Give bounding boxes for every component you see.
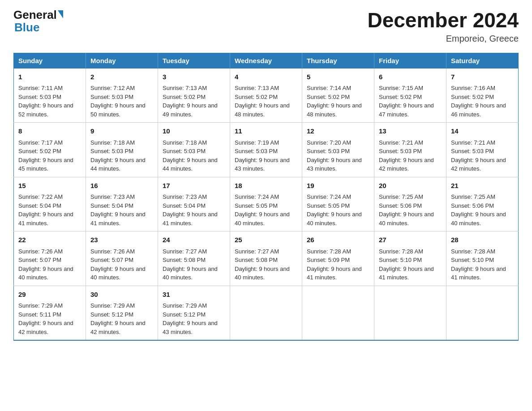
page-title: December 2024	[367, 9, 519, 32]
day-info: Sunrise: 7:21 AMSunset: 5:03 PMDaylight:…	[451, 138, 514, 173]
day-number: 7	[451, 72, 514, 82]
calendar-cell	[302, 286, 374, 340]
calendar-cell: 28Sunrise: 7:28 AMSunset: 5:10 PMDayligh…	[446, 231, 519, 286]
calendar-cell: 11Sunrise: 7:19 AMSunset: 5:03 PMDayligh…	[230, 123, 302, 177]
logo-general-text: General	[13, 9, 57, 21]
day-number: 10	[163, 126, 225, 137]
calendar-cell	[230, 286, 302, 340]
calendar-cell: 18Sunrise: 7:24 AMSunset: 5:05 PMDayligh…	[230, 177, 302, 231]
calendar-cell: 21Sunrise: 7:25 AMSunset: 5:06 PMDayligh…	[446, 177, 519, 231]
day-number: 20	[379, 181, 442, 191]
calendar-cell	[446, 286, 519, 340]
day-info: Sunrise: 7:23 AMSunset: 5:04 PMDaylight:…	[163, 193, 225, 227]
calendar-cell: 20Sunrise: 7:25 AMSunset: 5:06 PMDayligh…	[374, 177, 446, 231]
column-header-wednesday: Wednesday	[230, 53, 302, 68]
day-number: 6	[379, 72, 442, 82]
day-info: Sunrise: 7:28 AMSunset: 5:09 PMDaylight:…	[307, 247, 369, 282]
day-info: Sunrise: 7:20 AMSunset: 5:03 PMDaylight:…	[307, 138, 369, 173]
day-number: 27	[379, 235, 442, 245]
day-number: 17	[163, 181, 225, 191]
day-info: Sunrise: 7:17 AMSunset: 5:02 PMDaylight:…	[18, 138, 81, 173]
day-info: Sunrise: 7:25 AMSunset: 5:06 PMDaylight:…	[451, 193, 514, 227]
calendar-cell: 12Sunrise: 7:20 AMSunset: 5:03 PMDayligh…	[302, 123, 374, 177]
calendar-cell: 13Sunrise: 7:21 AMSunset: 5:03 PMDayligh…	[374, 123, 446, 177]
day-info: Sunrise: 7:27 AMSunset: 5:08 PMDaylight:…	[163, 247, 225, 282]
day-number: 5	[307, 72, 369, 82]
calendar-cell: 6Sunrise: 7:15 AMSunset: 5:02 PMDaylight…	[374, 68, 446, 123]
logo-arrow-icon	[58, 10, 63, 18]
calendar-cell: 23Sunrise: 7:26 AMSunset: 5:07 PMDayligh…	[86, 231, 158, 286]
day-number: 30	[90, 290, 153, 300]
day-info: Sunrise: 7:24 AMSunset: 5:05 PMDaylight:…	[307, 193, 369, 227]
day-info: Sunrise: 7:21 AMSunset: 5:03 PMDaylight:…	[379, 138, 442, 173]
calendar-cell: 9Sunrise: 7:18 AMSunset: 5:03 PMDaylight…	[86, 123, 158, 177]
day-info: Sunrise: 7:29 AMSunset: 5:12 PMDaylight:…	[90, 301, 153, 336]
day-number: 13	[379, 126, 442, 137]
calendar-cell: 27Sunrise: 7:28 AMSunset: 5:10 PMDayligh…	[374, 231, 446, 286]
day-info: Sunrise: 7:24 AMSunset: 5:05 PMDaylight:…	[235, 193, 297, 227]
day-info: Sunrise: 7:26 AMSunset: 5:07 PMDaylight:…	[18, 247, 81, 282]
calendar-week-row: 29Sunrise: 7:29 AMSunset: 5:11 PMDayligh…	[14, 286, 519, 340]
day-info: Sunrise: 7:26 AMSunset: 5:07 PMDaylight:…	[90, 247, 153, 282]
day-info: Sunrise: 7:14 AMSunset: 5:02 PMDaylight:…	[307, 84, 369, 119]
day-number: 28	[451, 235, 514, 245]
page-header: General Blue December 2024 Emporeio, Gre…	[13, 9, 519, 44]
day-info: Sunrise: 7:15 AMSunset: 5:02 PMDaylight:…	[379, 84, 442, 119]
day-info: Sunrise: 7:18 AMSunset: 5:03 PMDaylight:…	[90, 138, 153, 173]
column-header-tuesday: Tuesday	[158, 53, 230, 68]
day-number: 1	[18, 72, 81, 82]
calendar-cell: 30Sunrise: 7:29 AMSunset: 5:12 PMDayligh…	[86, 286, 158, 340]
day-info: Sunrise: 7:25 AMSunset: 5:06 PMDaylight:…	[379, 193, 442, 227]
day-number: 23	[90, 235, 153, 245]
day-info: Sunrise: 7:22 AMSunset: 5:04 PMDaylight:…	[18, 193, 81, 227]
calendar-cell: 10Sunrise: 7:18 AMSunset: 5:03 PMDayligh…	[158, 123, 230, 177]
calendar-table: SundayMondayTuesdayWednesdayThursdayFrid…	[13, 53, 519, 341]
logo: General Blue	[13, 9, 63, 34]
calendar-cell: 26Sunrise: 7:28 AMSunset: 5:09 PMDayligh…	[302, 231, 374, 286]
calendar-cell: 31Sunrise: 7:29 AMSunset: 5:12 PMDayligh…	[158, 286, 230, 340]
day-number: 2	[90, 72, 153, 82]
day-info: Sunrise: 7:18 AMSunset: 5:03 PMDaylight:…	[163, 138, 225, 173]
calendar-cell: 17Sunrise: 7:23 AMSunset: 5:04 PMDayligh…	[158, 177, 230, 231]
calendar-cell: 1Sunrise: 7:11 AMSunset: 5:03 PMDaylight…	[14, 68, 86, 123]
day-number: 19	[307, 181, 369, 191]
day-number: 22	[18, 235, 81, 245]
day-number: 26	[307, 235, 369, 245]
day-number: 3	[163, 72, 225, 82]
calendar-cell: 15Sunrise: 7:22 AMSunset: 5:04 PMDayligh…	[14, 177, 86, 231]
page-subtitle: Emporeio, Greece	[367, 34, 519, 44]
logo-blue-text: Blue	[14, 21, 39, 34]
calendar-cell: 16Sunrise: 7:23 AMSunset: 5:04 PMDayligh…	[86, 177, 158, 231]
day-number: 12	[307, 126, 369, 137]
day-info: Sunrise: 7:13 AMSunset: 5:02 PMDaylight:…	[235, 84, 297, 119]
calendar-week-row: 1Sunrise: 7:11 AMSunset: 5:03 PMDaylight…	[14, 68, 519, 123]
calendar-cell: 4Sunrise: 7:13 AMSunset: 5:02 PMDaylight…	[230, 68, 302, 123]
day-info: Sunrise: 7:23 AMSunset: 5:04 PMDaylight:…	[90, 193, 153, 227]
calendar-week-row: 15Sunrise: 7:22 AMSunset: 5:04 PMDayligh…	[14, 177, 519, 231]
calendar-cell: 14Sunrise: 7:21 AMSunset: 5:03 PMDayligh…	[446, 123, 519, 177]
calendar-cell: 7Sunrise: 7:16 AMSunset: 5:02 PMDaylight…	[446, 68, 519, 123]
day-number: 4	[235, 72, 297, 82]
calendar-week-row: 8Sunrise: 7:17 AMSunset: 5:02 PMDaylight…	[14, 123, 519, 177]
calendar-week-row: 22Sunrise: 7:26 AMSunset: 5:07 PMDayligh…	[14, 231, 519, 286]
calendar-cell: 25Sunrise: 7:27 AMSunset: 5:08 PMDayligh…	[230, 231, 302, 286]
day-info: Sunrise: 7:12 AMSunset: 5:03 PMDaylight:…	[90, 84, 153, 119]
day-info: Sunrise: 7:16 AMSunset: 5:02 PMDaylight:…	[451, 84, 514, 119]
column-header-sunday: Sunday	[14, 53, 86, 68]
calendar-cell: 8Sunrise: 7:17 AMSunset: 5:02 PMDaylight…	[14, 123, 86, 177]
day-number: 14	[451, 126, 514, 137]
column-header-saturday: Saturday	[446, 53, 519, 68]
calendar-cell: 3Sunrise: 7:13 AMSunset: 5:02 PMDaylight…	[158, 68, 230, 123]
day-info: Sunrise: 7:19 AMSunset: 5:03 PMDaylight:…	[235, 138, 297, 173]
day-number: 16	[90, 181, 153, 191]
title-area: December 2024 Emporeio, Greece	[367, 9, 519, 44]
calendar-cell: 24Sunrise: 7:27 AMSunset: 5:08 PMDayligh…	[158, 231, 230, 286]
calendar-cell: 29Sunrise: 7:29 AMSunset: 5:11 PMDayligh…	[14, 286, 86, 340]
day-info: Sunrise: 7:27 AMSunset: 5:08 PMDaylight:…	[235, 247, 297, 282]
column-header-thursday: Thursday	[302, 53, 374, 68]
day-info: Sunrise: 7:29 AMSunset: 5:11 PMDaylight:…	[18, 301, 81, 336]
calendar-cell: 19Sunrise: 7:24 AMSunset: 5:05 PMDayligh…	[302, 177, 374, 231]
day-number: 8	[18, 126, 81, 137]
day-number: 31	[163, 290, 225, 300]
calendar-header-row: SundayMondayTuesdayWednesdayThursdayFrid…	[14, 53, 519, 68]
